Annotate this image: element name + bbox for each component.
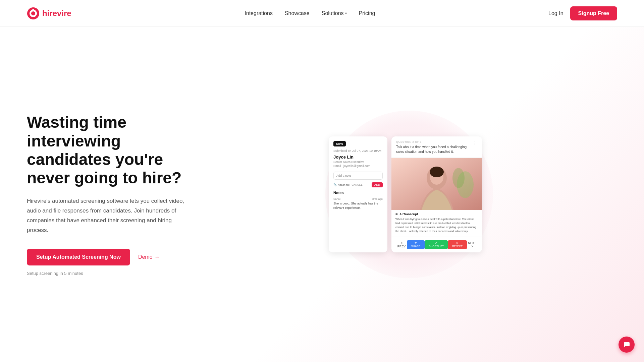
logo-text: hirevire — [42, 9, 71, 18]
question-header: ⋮ QUESTION 2 OF 3 Talk about a time when… — [391, 136, 482, 158]
note-time: 3mo ago — [372, 197, 383, 200]
submitted-date: Submitted on Jul 07, 2023 10:10AM — [333, 149, 383, 153]
email-label: Email — [333, 164, 341, 168]
question-number: QUESTION 2 OF 3 — [396, 140, 477, 143]
nav-solutions[interactable]: Solutions ▾ — [322, 10, 347, 16]
svg-point-2 — [31, 11, 35, 15]
candidate-email: joycelin@gmail.com — [343, 164, 370, 168]
add-note-input[interactable] — [333, 172, 383, 180]
nav-showcase[interactable]: Showcase — [285, 10, 310, 16]
arrow-icon: → — [155, 254, 160, 260]
ai-text: When I was trying to close a deal with a… — [395, 217, 478, 234]
navbar: hirevire Integrations Showcase Solutions… — [0, 0, 644, 27]
new-badge: NEW — [333, 141, 346, 146]
next-button[interactable]: NEXT > — [467, 241, 477, 248]
shortlist-button[interactable]: ✓ SHORTLIST — [425, 240, 448, 249]
more-options-icon[interactable]: ⋮ — [473, 140, 477, 146]
video-preview[interactable] — [391, 158, 482, 210]
svg-point-7 — [430, 167, 444, 177]
hero-actions: Setup Automated Screening Now Demo → — [27, 249, 201, 265]
note-author-row: Sanat 3mo ago — [333, 197, 383, 200]
nav-links: Integrations Showcase Solutions ▾ Pricin… — [245, 10, 375, 16]
hero-subtext: Hirevire's automated screening software … — [27, 196, 188, 235]
notes-heading: Notes — [333, 191, 383, 195]
demo-button[interactable]: Demo → — [138, 254, 160, 260]
hero-note: Setup screening in 5 minutes — [27, 271, 201, 276]
share-button[interactable]: ⇈ SHARE — [407, 240, 425, 249]
nav-actions: Log In Signup Free — [548, 6, 617, 20]
add-note-button[interactable]: ADD — [372, 182, 383, 187]
pencil-icon: ✏ — [395, 213, 398, 216]
note-author: Sanat — [333, 197, 340, 200]
card-container: NEW Submitted on Jul 07, 2023 10:10AM Jo… — [329, 136, 490, 252]
candidate-email-row: Email joycelin@gmail.com — [333, 164, 383, 168]
hero-content: Wasting time interviewing candidates you… — [27, 113, 201, 276]
reject-button[interactable]: ✕ REJECT — [448, 240, 467, 249]
candidate-video — [391, 158, 482, 210]
ai-transcript-section: ✏ AI Transcript When I was trying to clo… — [391, 210, 482, 237]
logo[interactable]: hirevire — [27, 7, 71, 20]
svg-point-9 — [452, 168, 465, 188]
prev-button[interactable]: < PREV — [396, 241, 407, 248]
attach-file-button[interactable]: 📎 Attach file — [333, 183, 350, 186]
cancel-note-button[interactable]: CANCEL — [352, 183, 362, 186]
ai-label: ✏ AI Transcript — [395, 213, 478, 216]
nav-pricing[interactable]: Pricing — [359, 10, 375, 16]
note-text: She is good. She actually has the releva… — [333, 201, 383, 210]
logo-icon — [27, 7, 40, 20]
chat-bubble[interactable] — [619, 337, 635, 353]
chat-icon — [623, 341, 630, 348]
interview-card: ⋮ QUESTION 2 OF 3 Talk about a time when… — [391, 136, 482, 252]
paperclip-icon: 📎 — [333, 183, 337, 186]
nav-integrations[interactable]: Integrations — [245, 10, 273, 16]
hero-section: Wasting time interviewing candidates you… — [0, 27, 644, 362]
note-item: Sanat 3mo ago She is good. She actually … — [333, 197, 383, 210]
candidate-title: Senior Sales Executive — [333, 160, 383, 164]
hero-mockup: NEW Submitted on Jul 07, 2023 10:10AM Jo… — [201, 136, 617, 252]
chevron-down-icon: ▾ — [345, 11, 347, 15]
cta-button[interactable]: Setup Automated Screening Now — [27, 249, 130, 265]
mockup-wrapper: NEW Submitted on Jul 07, 2023 10:10AM Jo… — [329, 136, 490, 252]
question-text: Talk about a time when you faced a chall… — [396, 145, 477, 154]
hero-heading: Wasting time interviewing candidates you… — [27, 113, 201, 187]
login-button[interactable]: Log In — [548, 10, 563, 16]
card-action-bar: < PREV ⇈ SHARE ✓ SHORTLIST ✕ REJECT NEXT… — [391, 237, 482, 252]
candidate-name: Joyce Lin — [333, 155, 383, 160]
signup-button[interactable]: Signup Free — [570, 6, 617, 20]
svg-point-3 — [32, 9, 34, 11]
note-actions: 📎 Attach file CANCEL ADD — [333, 182, 383, 187]
candidate-card: NEW Submitted on Jul 07, 2023 10:10AM Jo… — [329, 136, 387, 252]
